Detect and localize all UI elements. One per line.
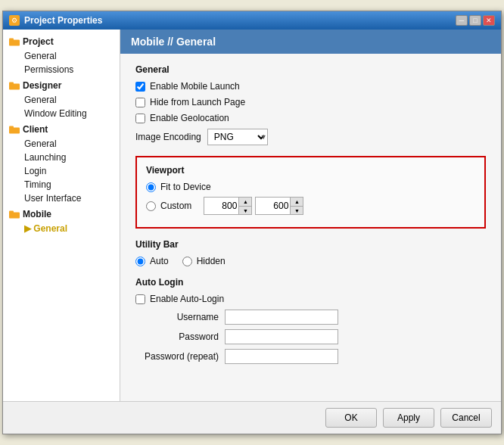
title-bar-left: ⚙ Project Properties [9, 15, 102, 26]
password-row: Password [135, 329, 486, 344]
title-buttons: ─ □ ✕ [456, 15, 495, 26]
enable-autologin-row: Enable Auto-Login [135, 294, 486, 304]
sidebar-group-designer: Designer General Window Editing [3, 78, 120, 120]
sidebar-item-project-permissions[interactable]: Permissions [3, 63, 120, 76]
custom-row: Custom ▲ ▼ [146, 197, 475, 215]
utility-auto-label: Auto [150, 256, 169, 266]
username-input[interactable] [225, 310, 338, 325]
sidebar-group-mobile: Mobile ▶ General [3, 207, 120, 235]
window-body: Project General Permissions Designer Gen… [3, 30, 501, 401]
enable-geolocation-label: Enable Geolocation [150, 113, 229, 123]
svg-rect-1 [9, 39, 14, 42]
designer-folder-icon [9, 80, 20, 91]
username-label: Username [135, 312, 219, 322]
utility-bar-section: Utility Bar Auto Hidden [135, 239, 486, 266]
viewport-height-input[interactable] [256, 198, 290, 214]
image-encoding-row: Image Encoding PNG JPEG GIF ▼ [135, 129, 486, 145]
utility-bar-title: Utility Bar [135, 239, 486, 250]
enable-autologin-checkbox[interactable] [135, 294, 145, 304]
custom-radio[interactable] [146, 201, 156, 211]
enable-mobile-launch-row: Enable Mobile Launch [135, 81, 486, 92]
sidebar-item-client-timing[interactable]: Timing [3, 178, 120, 191]
client-group-label: Client [23, 124, 48, 135]
sidebar-item-client-launching[interactable]: Launching [3, 151, 120, 164]
fit-to-device-radio[interactable] [146, 182, 156, 192]
username-row: Username [135, 310, 486, 325]
enable-mobile-launch-label: Enable Mobile Launch [150, 81, 240, 92]
password-repeat-row: Password (repeat) [135, 349, 486, 364]
project-folder-icon [9, 36, 20, 47]
sidebar-item-project-general[interactable]: General [3, 49, 120, 63]
viewport-height-spinbox-buttons: ▲ ▼ [290, 198, 303, 214]
viewport-width-spinbox-buttons: ▲ ▼ [238, 198, 251, 214]
main-header: Mobile // General [120, 30, 501, 54]
sidebar-group-project-header[interactable]: Project [3, 34, 120, 49]
footer: OK Apply Cancel [3, 401, 501, 434]
viewport-height-up-button[interactable]: ▲ [291, 198, 303, 206]
viewport-title: Viewport [146, 165, 475, 176]
fit-to-device-label: Fit to Device [160, 182, 211, 192]
mobile-general-arrow: ▶ [24, 223, 33, 234]
auto-login-section: Auto Login Enable Auto-Login Username Pa… [135, 277, 486, 364]
fit-to-device-row: Fit to Device [146, 182, 475, 192]
main-body: General Enable Mobile Launch Hide from L… [120, 54, 501, 401]
viewport-width-down-button[interactable]: ▼ [239, 206, 251, 214]
sidebar-group-client: Client General Launching Login Timing Us… [3, 122, 120, 205]
hide-from-launch-row: Hide from Launch Page [135, 97, 486, 107]
password-repeat-input[interactable] [225, 349, 338, 364]
ok-button[interactable]: OK [325, 408, 377, 428]
enable-mobile-launch-checkbox[interactable] [135, 82, 145, 92]
svg-rect-3 [9, 82, 14, 86]
svg-rect-7 [9, 211, 14, 214]
client-folder-icon [9, 124, 20, 135]
window-icon: ⚙ [9, 15, 20, 26]
cancel-button[interactable]: Cancel [440, 408, 492, 428]
hide-from-launch-label: Hide from Launch Page [150, 97, 245, 107]
maximize-button[interactable]: □ [469, 15, 481, 26]
image-encoding-select[interactable]: PNG JPEG GIF [207, 129, 268, 145]
sidebar-group-mobile-header[interactable]: Mobile [3, 207, 120, 222]
mobile-group-label: Mobile [23, 209, 51, 219]
sidebar-item-client-general[interactable]: General [3, 137, 120, 151]
viewport-spinbox-group: ▲ ▼ ▲ ▼ [204, 197, 303, 215]
designer-group-label: Designer [23, 80, 61, 91]
password-repeat-label: Password (repeat) [135, 351, 219, 362]
project-group-label: Project [23, 36, 54, 47]
viewport-width-input[interactable] [204, 198, 238, 214]
sidebar-group-client-header[interactable]: Client [3, 122, 120, 137]
close-button[interactable]: ✕ [483, 15, 495, 26]
viewport-width-up-button[interactable]: ▲ [239, 198, 251, 206]
viewport-height-spinbox: ▲ ▼ [255, 197, 303, 215]
minimize-button[interactable]: ─ [456, 15, 468, 26]
enable-geolocation-checkbox[interactable] [135, 114, 145, 123]
main-window: ⚙ Project Properties ─ □ ✕ Project G [2, 11, 502, 434]
window-icon-glyph: ⚙ [11, 17, 17, 24]
viewport-height-down-button[interactable]: ▼ [291, 206, 303, 214]
sidebar-item-designer-general[interactable]: General [3, 93, 120, 107]
custom-label: Custom [160, 201, 191, 211]
password-label: Password [135, 331, 219, 342]
viewport-section: Viewport Fit to Device Custom ▲ [135, 156, 486, 229]
utility-auto-radio[interactable] [135, 257, 145, 266]
utility-hidden-label: Hidden [197, 256, 226, 266]
sidebar-item-mobile-general[interactable]: ▶ General [3, 222, 120, 235]
utility-hidden-radio[interactable] [182, 257, 192, 266]
viewport-width-spinbox: ▲ ▼ [204, 197, 252, 215]
general-section-title: General [135, 64, 486, 75]
sidebar-item-client-userinterface[interactable]: User Interface [3, 191, 120, 205]
sidebar-group-designer-header[interactable]: Designer [3, 78, 120, 93]
main-content: Mobile // General General Enable Mobile … [120, 30, 501, 401]
image-encoding-label: Image Encoding [135, 132, 201, 142]
password-input[interactable] [225, 329, 338, 344]
enable-geolocation-row: Enable Geolocation [135, 113, 486, 123]
sidebar: Project General Permissions Designer Gen… [3, 30, 120, 401]
hide-from-launch-checkbox[interactable] [135, 98, 145, 107]
sidebar-item-client-login[interactable]: Login [3, 164, 120, 178]
mobile-folder-icon [9, 209, 20, 219]
sidebar-item-window-editing[interactable]: Window Editing [3, 107, 120, 120]
sidebar-group-project: Project General Permissions [3, 34, 120, 76]
auto-login-title: Auto Login [135, 277, 486, 288]
svg-rect-5 [9, 126, 14, 129]
apply-button[interactable]: Apply [383, 408, 434, 428]
window-title: Project Properties [24, 15, 102, 26]
